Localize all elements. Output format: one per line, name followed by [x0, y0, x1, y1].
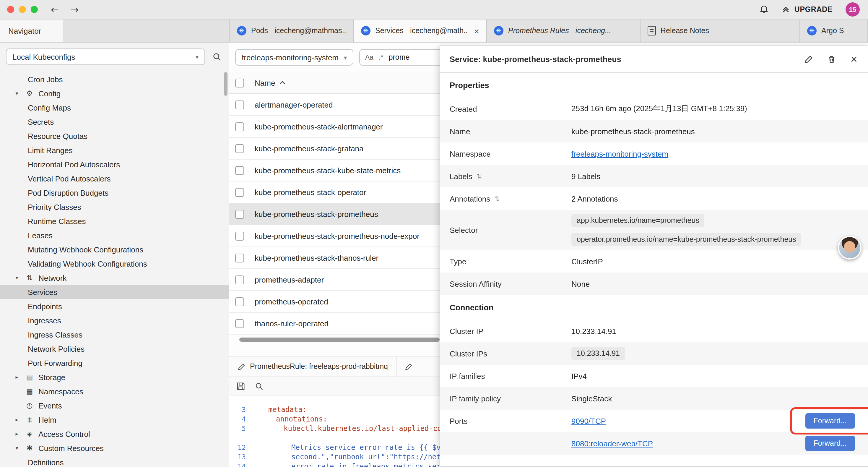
sidebar-item-secrets[interactable]: Secrets [0, 115, 229, 129]
edit-icon[interactable] [804, 55, 813, 63]
row-checkbox[interactable] [235, 297, 244, 306]
delete-icon[interactable] [828, 55, 836, 63]
dock-tab-label: PrometheusRule: freeleaps-prod-rabbitmq [250, 362, 388, 371]
horizontal-scrollbar-thumb[interactable] [239, 338, 440, 342]
tab-argo-s[interactable]: ⎈Argo S [800, 20, 868, 42]
namespace-link[interactable]: freeleaps-monitoring-system [571, 149, 668, 158]
save-icon[interactable] [236, 382, 245, 390]
back-button[interactable]: ← [51, 4, 59, 15]
chip-list: 10.233.14.91 [571, 343, 625, 364]
sidebar-item-vertical-pod-autoscalers[interactable]: Vertical Pod Autoscalers [0, 171, 229, 185]
sidebar-item-definitions[interactable]: Definitions [0, 455, 229, 467]
sidebar-item-network-policies[interactable]: Network Policies [0, 342, 229, 356]
sidebar-item-network[interactable]: ▾⇅Network [0, 271, 229, 285]
sidebar-item-storage[interactable]: ▸▤Storage [0, 370, 229, 384]
notifications-bell-icon[interactable] [760, 5, 769, 14]
sidebar-item-validating-webhook-configurations[interactable]: Validating Webhook Configurations [0, 257, 229, 271]
port-link[interactable]: 8080:reloader-web/TCP [571, 439, 653, 448]
detail-label-text: IP families [450, 372, 485, 380]
sidebar-item-events[interactable]: ◷Events [0, 399, 229, 413]
forward-button[interactable]: → [71, 4, 79, 15]
value-chip: app.kubernetes.io/name=prometheus [571, 214, 705, 227]
row-checkbox[interactable] [235, 231, 244, 240]
row-checkbox[interactable] [235, 253, 244, 262]
detail-value: 2 Annotations [571, 194, 859, 203]
row-checkbox[interactable] [235, 166, 244, 175]
tab-pods-icecheng-mathmas[interactable]: ⎈Pods - icecheng@mathmas... [230, 20, 354, 42]
port-link[interactable]: 9090/TCP [571, 416, 606, 425]
detail-label: IP family policy [450, 394, 571, 403]
editor-search-icon[interactable] [255, 382, 264, 390]
sidebar-item-pod-disruption-budgets[interactable]: Pod Disruption Budgets [0, 185, 229, 200]
detail-value: ClusterIP [571, 257, 859, 266]
sidebar-item-runtime-classes[interactable]: Runtime Classes [0, 214, 229, 228]
sidebar-item-leases[interactable]: Leases [0, 228, 229, 242]
row-checkbox[interactable] [235, 188, 244, 197]
filter-query: prome [389, 53, 410, 61]
sidebar-item-limit-ranges[interactable]: Limit Ranges [0, 143, 229, 157]
sidebar-item-resource-quotas[interactable]: Resource Quotas [0, 129, 229, 143]
sidebar-item-port-forwarding[interactable]: Port Forwarding [0, 356, 229, 370]
sidebar-item-priority-classes[interactable]: Priority Classes [0, 200, 229, 214]
account-badge[interactable]: 15 [845, 2, 860, 17]
detail-label-text: Cluster IP [450, 327, 483, 335]
column-header-name[interactable]: Name [255, 78, 285, 87]
sidebar-item-endpoints[interactable]: Endpoints [0, 299, 229, 313]
service-name: kube-prometheus-stack-grafana [255, 144, 364, 153]
sidebar-item-helm[interactable]: ▸⎈Helm [0, 413, 229, 427]
navigator-sidebar: Local Kubeconfigs ▾ Cron Jobs▾⚙ConfigCon… [0, 42, 229, 467]
detail-value: 253d 16h 6m ago (2025年1月13日 GMT+8 1:25:3… [571, 104, 859, 114]
sidebar-item-custom-resources[interactable]: ▾✱Custom Resources [0, 441, 229, 455]
expand-toggle-icon[interactable]: ⇅ [476, 172, 482, 180]
upgrade-button[interactable]: UPGRADE [782, 5, 833, 13]
sidebar-item-namespaces[interactable]: ▦Namespaces [0, 384, 229, 399]
sidebar-item-mutating-webhook-configurations[interactable]: Mutating Webhook Configurations [0, 242, 229, 257]
forward-button-wrap: Forward... [805, 436, 855, 451]
row-checkbox[interactable] [235, 122, 244, 131]
row-checkbox[interactable] [235, 275, 244, 284]
sidebar-item-access-control[interactable]: ▸◈Access Control [0, 427, 229, 441]
dock-tab-prometheusrule-freeleaps-prod-rabbitmq[interactable]: PrometheusRule: freeleaps-prod-rabbitmq [229, 356, 397, 377]
sidebar-item-services[interactable]: Services [0, 285, 229, 299]
close-window-button[interactable] [7, 6, 14, 13]
regex-toggle[interactable]: .* [379, 54, 383, 61]
code-text: second.","runbook_url":"https://net [258, 453, 441, 461]
detail-value: app.kubernetes.io/name=prometheusoperato… [571, 210, 859, 250]
sidebar-item-horizontal-pod-autoscalers[interactable]: Horizontal Pod Autoscalers [0, 157, 229, 171]
detail-label: Session Affinity [450, 279, 571, 288]
forward-button[interactable]: Forward... [805, 436, 855, 451]
match-case-toggle[interactable]: Aa [365, 54, 373, 61]
row-checkbox[interactable] [235, 319, 244, 328]
row-checkbox[interactable] [235, 209, 244, 218]
sidebar-item-config[interactable]: ▾⚙Config [0, 86, 229, 100]
sidebar-item-label: Priority Classes [28, 202, 81, 211]
row-checkbox[interactable] [235, 144, 244, 153]
select-all-checkbox[interactable] [235, 78, 244, 87]
detail-label: Name [450, 127, 571, 136]
service-name: thanos-ruler-operated [255, 319, 329, 328]
tab-prometheus-rules-icecheng[interactable]: ⎈Prometheus Rules - icecheng... [487, 20, 641, 42]
code-text: metadata: [258, 406, 307, 414]
detail-row-annotations: Annotations⇅2 Annotations [440, 187, 868, 210]
tab-services-icecheng-math[interactable]: ⎈Services - icecheng@math...× [354, 20, 487, 42]
sidebar-item-ingresses[interactable]: Ingresses [0, 313, 229, 327]
expand-toggle-icon[interactable]: ⇅ [494, 195, 500, 202]
zoom-window-button[interactable] [31, 6, 38, 13]
sidebar-search-icon[interactable] [212, 52, 222, 61]
sidebar-scrollbar[interactable] [224, 72, 227, 96]
minimize-window-button[interactable] [19, 6, 26, 13]
tab-release-notes[interactable]: Release Notes [641, 20, 800, 42]
namespace-select[interactable]: freeleaps-monitoring-system ▾ [235, 49, 353, 66]
detail-row-ports: Ports9090/TCPForward... [440, 410, 868, 432]
sidebar-item-cron-jobs[interactable]: Cron Jobs [0, 72, 229, 86]
close-tab-icon[interactable]: × [474, 26, 479, 36]
assistant-avatar[interactable] [838, 236, 862, 260]
sidebar-item-ingress-classes[interactable]: Ingress Classes [0, 327, 229, 342]
close-icon[interactable]: × [850, 53, 857, 65]
detail-value: IPv4 [571, 372, 859, 380]
row-checkbox[interactable] [235, 100, 244, 109]
detail-label: Labels⇅ [450, 172, 571, 181]
forward-button[interactable]: Forward... [805, 413, 855, 429]
sidebar-item-config-maps[interactable]: Config Maps [0, 100, 229, 115]
kubeconfig-select[interactable]: Local Kubeconfigs ▾ [6, 49, 205, 65]
